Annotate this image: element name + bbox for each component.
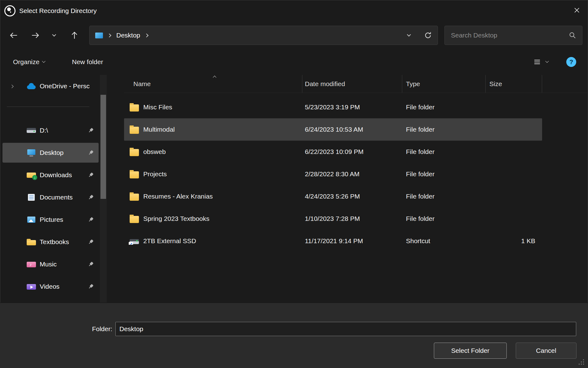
file-icon [130,104,139,112]
change-view-button[interactable] [533,58,548,66]
select-folder-button[interactable]: Select Folder [434,343,507,359]
file-name: Spring 2023 Textbooks [143,215,209,222]
file-row[interactable]: Resumes - Alex Kranias 4/24/2023 5:26 PM… [124,185,542,208]
file-name: 2TB External SSD [143,237,196,245]
sidebar-item[interactable]: Desktop [2,143,99,163]
back-button[interactable] [6,27,22,43]
file-row[interactable]: Misc Files 5/23/2023 3:19 PM File folder [124,96,542,118]
sidebar-item[interactable]: Pictures [2,210,99,230]
file-name: Multimodal [143,126,175,133]
help-icon: ? [569,59,573,66]
navigation-pane: OneDrive - Persc D:\ Desktop [0,75,99,303]
breadcrumb-location[interactable]: Desktop [116,32,140,39]
file-type: File folder [402,126,486,133]
folder-input[interactable] [115,322,576,336]
sidebar-item-label: Downloads [40,171,72,179]
file-row[interactable]: obsweb 6/22/2023 10:09 PM File folder [124,141,542,163]
pin-icon [87,216,95,223]
file-date-modified: 11/17/2021 9:14 PM [302,237,402,245]
sidebar-item[interactable]: Documents [2,187,99,207]
file-type: File folder [402,215,486,222]
forward-button[interactable] [27,27,43,43]
chevron-right-icon[interactable] [145,33,149,37]
organize-button[interactable]: Organize [13,58,45,66]
file-type: File folder [402,193,486,200]
column-header-name[interactable]: Name [124,75,302,93]
arrow-right-icon [31,31,40,40]
desktop-mini-icon [95,33,103,38]
sidebar-item[interactable]: D:\ [2,120,99,140]
pin-icon [87,283,95,290]
command-toolbar: Organize New folder ? [0,49,588,75]
column-header-size[interactable]: Size [486,75,542,93]
file-icon [130,127,139,134]
file-name: Misc Files [143,103,172,111]
up-button[interactable] [66,27,82,43]
sidebar-item-label: OneDrive - Persc [40,82,90,90]
search-box[interactable] [444,26,582,45]
sidebar-item-icon [27,149,36,156]
file-date-modified: 5/23/2023 3:19 PM [302,103,402,111]
sidebar-scrollbar[interactable] [100,75,107,303]
window-title: Select Recording Directory [19,7,97,15]
arrow-up-icon [70,31,79,40]
file-type: File folder [402,170,486,178]
new-folder-button[interactable]: New folder [72,58,103,66]
pin-icon [87,171,95,179]
titlebar[interactable]: Select Recording Directory [0,0,588,22]
cancel-button[interactable]: Cancel [516,343,577,359]
column-header-date-modified[interactable]: Date modified [302,75,402,93]
obs-logo-icon [4,5,16,16]
sidebar-item[interactable]: Videos [2,277,99,296]
file-date-modified: 2/28/2022 8:30 AM [302,170,402,178]
file-name-cell: obsweb [124,148,302,156]
pin-icon [87,260,95,268]
file-name-cell: 2TB External SSD [124,237,302,245]
arrow-left-icon [9,31,18,40]
sidebar-item-icon [27,238,36,246]
recent-locations-button[interactable] [47,27,61,43]
sidebar-item-label: Music [40,261,57,268]
search-icon[interactable] [568,31,577,39]
sidebar-item[interactable]: Downloads [2,165,99,185]
file-date-modified: 1/10/2023 7:28 PM [302,215,402,222]
sidebar-item-icon [27,283,36,290]
file-row[interactable]: Projects 2/28/2022 8:30 AM File folder [124,163,542,185]
expander-chevron-icon[interactable] [11,83,13,89]
file-row[interactable]: 2TB External SSD 11/17/2021 9:14 PM Shor… [124,230,542,252]
file-name-cell: Resumes - Alex Kranias [124,192,302,201]
resize-grip[interactable] [579,359,584,365]
scrollbar-thumb[interactable] [100,95,106,199]
pin-icon [87,126,95,134]
file-icon [130,239,139,244]
close-button[interactable] [566,0,588,20]
close-icon [573,7,580,14]
sidebar-item-label: Videos [40,283,60,290]
address-dropdown-button[interactable] [408,33,410,38]
search-input[interactable] [450,31,568,39]
file-row[interactable]: Spring 2023 Textbooks 1/10/2023 7:28 PM … [124,208,542,230]
file-icon [130,216,139,223]
navigation-bar: Desktop [0,22,588,49]
file-name: Projects [143,170,167,178]
chevron-down-icon [407,33,411,37]
file-type: File folder [402,148,486,156]
sidebar-item[interactable]: Music [2,254,99,274]
file-date-modified: 6/24/2023 10:53 AM [302,126,402,133]
refresh-button[interactable] [424,31,432,39]
sidebar-item-onedrive[interactable]: OneDrive - Persc [2,77,99,95]
file-icon [130,194,139,201]
file-row[interactable]: Multimodal 6/24/2023 10:53 AM File folde… [124,118,542,141]
column-header-type[interactable]: Type [402,75,486,93]
file-rows: Misc Files 5/23/2023 3:19 PM File folder… [124,93,588,252]
sidebar-item[interactable]: Textbooks [2,232,99,252]
sidebar-divider [7,107,89,107]
sidebar-item-label: D:\ [40,127,48,134]
address-bar[interactable]: Desktop [89,26,438,45]
chevron-right-icon [107,33,111,37]
column-headers: Name Date modified Type Size [124,75,588,93]
sidebar-item-icon [27,194,36,201]
file-name: obsweb [143,148,166,156]
help-button[interactable]: ? [566,57,576,67]
dialog-footer: Folder: Select Folder Cancel [0,303,588,368]
